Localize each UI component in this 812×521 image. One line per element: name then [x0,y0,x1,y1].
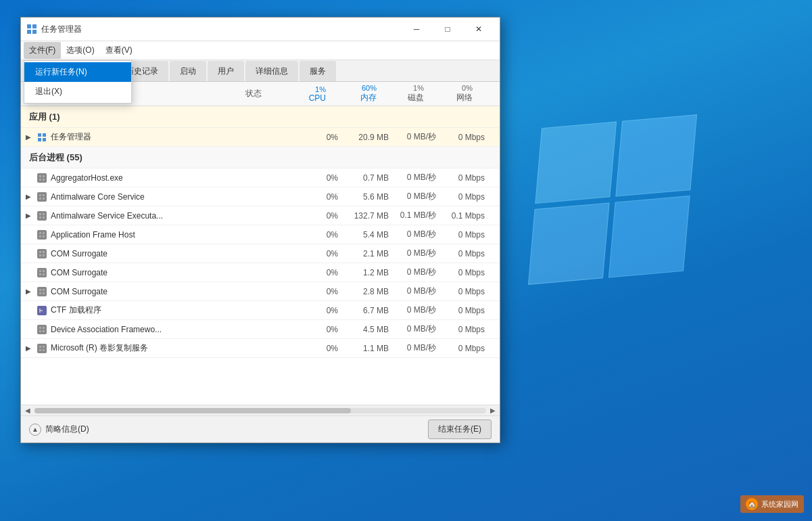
process-cpu: 0% [296,287,343,296]
tab-users[interactable]: 用户 [208,61,244,81]
process-cpu: 0% [296,325,343,334]
process-cpu: 0% [296,344,343,353]
summary-toggle-icon[interactable]: ▲ [29,424,41,436]
tab-startup[interactable]: 启动 [170,61,206,81]
section-title-background: 后台进程 (55) [29,152,82,164]
horizontal-scrollbar[interactable]: ◀ ▶ [21,405,500,415]
svg-rect-23 [43,235,45,237]
scroll-track[interactable] [34,408,486,413]
process-memory: 132.7 MB [343,211,394,221]
close-button[interactable]: ✕ [463,20,494,39]
expand-icon[interactable]: ▶ [21,193,36,200]
menu-options[interactable]: 选项(O) [61,42,99,59]
expand-icon[interactable]: ▶ [21,288,36,295]
app-icon [26,24,37,35]
menu-view[interactable]: 查看(V) [100,42,138,59]
process-name: Device Association Framewo... [51,325,235,334]
process-cpu: 0% [296,173,343,183]
expand-icon[interactable]: ▶ [21,344,36,352]
menu-exit[interactable]: 退出(X) [24,82,131,101]
svg-rect-25 [43,251,45,253]
svg-rect-17 [43,213,45,215]
process-memory: 5.4 MB [343,230,394,240]
col-header-status[interactable]: 状态 [223,88,284,99]
process-disk: 0.1 MB/秒 [394,210,441,221]
table-row[interactable]: Application Frame Host 0% 5.4 MB 0 MB/秒 … [21,225,500,244]
title-bar: 任务管理器 ─ □ ✕ [21,18,500,41]
scroll-right-button[interactable]: ▶ [487,407,498,414]
expand-icon[interactable]: ▶ [21,133,36,141]
col-header-disk[interactable]: 1% 磁盘 [382,84,429,104]
svg-rect-0 [27,24,31,28]
process-cpu: 0% [296,306,343,315]
process-memory: 6.7 MB [343,306,394,315]
col-header-cpu[interactable]: 1% CPU [284,85,331,103]
process-disk: 0 MB/秒 [394,172,441,183]
watermark-text: 系统家园网 [761,499,798,509]
process-icon [36,131,48,143]
scroll-left-button[interactable]: ◀ [22,407,33,414]
svg-rect-24 [39,251,41,253]
svg-rect-31 [43,273,45,275]
menu-file[interactable]: 文件(F) [24,42,61,59]
process-name: AggregatorHost.exe [51,173,235,183]
process-cpu: 0% [296,249,343,258]
svg-rect-2 [27,30,31,34]
table-row[interactable]: Device Association Framewo... 0% 4.5 MB … [21,320,500,339]
table-row[interactable]: COM Surrogate 0% 1.2 MB 0 MB/秒 0 Mbps [21,263,500,282]
process-network: 0 Mbps [441,306,487,315]
table-row[interactable]: ▶ COM Surrogate 0% 2.8 MB 0 MB/秒 0 Mbps [21,282,500,301]
table-row[interactable]: ▶ Antimalware Service Executa... 0% 132.… [21,206,500,225]
process-network: 0 Mbps [441,344,487,353]
tab-services[interactable]: 服务 [300,61,336,81]
col-header-memory[interactable]: 60% 内存 [331,84,382,104]
svg-rect-20 [39,232,41,234]
process-cpu: 0% [296,268,343,277]
menu-run-new-task[interactable]: 运行新任务(N) ➤ [24,62,131,82]
process-disk: 0 MB/秒 [394,342,441,354]
process-name: COM Surrogate [51,249,235,258]
section-header-apps: 应用 (1) [21,106,500,128]
process-disk: 0 MB/秒 [394,286,441,297]
bottom-bar: ▲ 简略信息(D) 结束任务(E) [21,415,500,443]
process-list[interactable]: 应用 (1) ▶ 任务管理器 0% 20.9 MB 0 MB/秒 0 Mbps [21,106,500,405]
maximize-button[interactable]: □ [432,20,463,39]
process-network: 0 Mbps [441,287,487,296]
process-name: COM Surrogate [51,268,235,277]
svg-rect-11 [43,179,45,181]
process-name: Antimalware Service Executa... [51,211,235,221]
process-memory: 2.8 MB [343,287,394,296]
col-header-network[interactable]: 0% 网络 [429,84,475,104]
watermark-icon: 🏠 [746,498,758,510]
table-row[interactable]: ▶ 任务管理器 0% 20.9 MB 0 MB/秒 0 Mbps [21,128,500,147]
end-task-button[interactable]: 结束任务(E) [428,420,492,439]
expand-icon[interactable]: ▶ [21,212,36,219]
process-disk: 0 MB/秒 [394,267,441,278]
section-header-background: 后台进程 (55) [21,147,500,168]
tab-details[interactable]: 详细信息 [245,61,298,81]
process-memory: 20.9 MB [343,133,394,142]
table-row[interactable]: CTF 加载程序 0% 6.7 MB 0 MB/秒 0 Mbps [21,301,500,320]
table-row[interactable]: COM Surrogate 0% 2.1 MB 0 MB/秒 0 Mbps [21,244,500,263]
table-row[interactable]: ▶ Microsoft (R) 卷影复制服务 0% 1.1 MB 0 MB/秒 … [21,339,500,358]
svg-rect-19 [43,217,45,219]
table-row[interactable]: AggregatorHost.exe 0% 0.7 MB 0 MB/秒 0 Mb… [21,168,500,187]
process-cpu: 0% [296,211,343,221]
table-row[interactable]: ▶ Antimalware Core Service 0% 5.6 MB 0 M… [21,187,500,206]
process-icon [36,342,48,355]
window-title: 任务管理器 [41,24,401,35]
taskmanager-window: 任务管理器 ─ □ ✕ 文件(F) 选项(O) 查看(V) 运行新任务(N) ➤… [20,17,500,443]
svg-rect-1 [32,24,37,28]
process-icon [36,191,48,203]
process-icon [36,248,48,260]
minimize-button[interactable]: ─ [401,20,432,39]
process-disk: 0 MB/秒 [394,229,441,240]
process-name: Microsoft (R) 卷影复制服务 [51,342,235,354]
svg-rect-8 [39,175,41,177]
svg-rect-15 [43,198,45,200]
svg-rect-38 [39,327,41,329]
scroll-thumb[interactable] [34,408,351,413]
svg-rect-3 [32,30,37,34]
process-network: 0 Mbps [441,230,487,240]
summary-toggle[interactable]: ▲ 简略信息(D) [29,424,89,436]
